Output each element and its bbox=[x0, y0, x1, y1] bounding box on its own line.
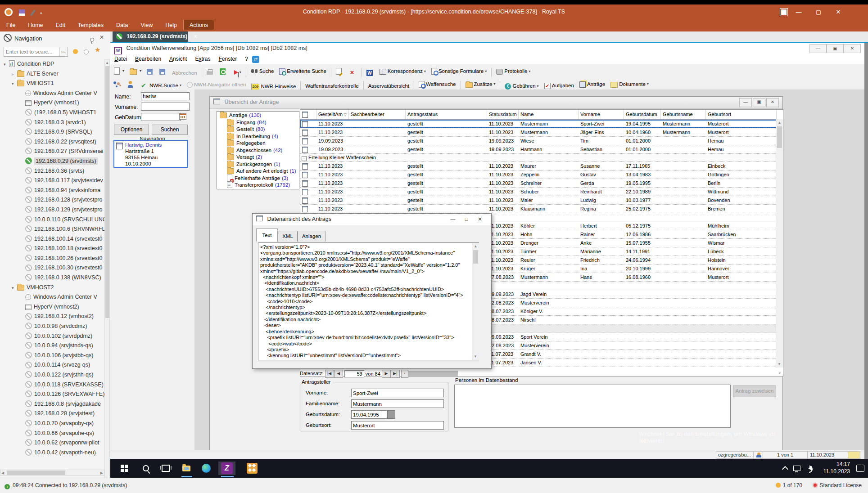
server-tree-item[interactable]: 192.168.0.27 (SRVdmsenai bbox=[0, 147, 104, 157]
edge-icon[interactable] bbox=[198, 462, 215, 475]
volume-icon[interactable] bbox=[804, 462, 816, 475]
column-header-Name[interactable]: Name bbox=[519, 110, 579, 119]
server-tree-item[interactable]: 192.168.0.9 (SRVSQL) bbox=[0, 127, 104, 137]
personen-button[interactable] bbox=[111, 78, 124, 90]
ribbon-tab-actions[interactable]: Actions bbox=[183, 20, 214, 30]
server-tree-item[interactable]: 192.168.100.18 (srvextest0 bbox=[0, 244, 104, 254]
server-tree-item[interactable]: 192.168.0.29 (srvdmsts) bbox=[0, 157, 104, 166]
nav-vertical-scrollbar[interactable]: ▲ ▼ bbox=[104, 59, 110, 493]
server-tree-item[interactable]: 10.0.0.98 (srvdcdmz) bbox=[0, 322, 104, 332]
hscroll-thumb[interactable] bbox=[408, 371, 458, 377]
expander-icon[interactable]: ▾ bbox=[12, 79, 17, 89]
server-tree-item[interactable]: ▾VMHOST2 bbox=[0, 283, 104, 293]
menu-extras[interactable]: Extras bbox=[191, 54, 214, 63]
server-tree-item[interactable]: 192.168.0.36 (srvts) bbox=[0, 166, 104, 176]
server-tree-item[interactable]: 192.168.0.117 (srvjvtestdev bbox=[0, 176, 104, 186]
bulb-on-icon[interactable] bbox=[73, 49, 78, 54]
server-tree-item[interactable]: Windows Admin Center V bbox=[0, 89, 104, 99]
antrag-zuweisen-button[interactable]: Antrag zuweisen bbox=[733, 385, 776, 397]
pin-icon[interactable] bbox=[90, 36, 94, 44]
word-button[interactable]: W bbox=[364, 67, 376, 78]
column-header-Geburtsname[interactable]: Geburtsname bbox=[661, 110, 706, 119]
close-button[interactable]: ✕ bbox=[828, 5, 848, 19]
server-tree-item[interactable]: 192.168.100.30 (srvextest0 bbox=[0, 263, 104, 273]
table-row[interactable]: 19.09.2023gestellt19.09.2023HartmannSeba… bbox=[300, 145, 777, 154]
column-header-Vorname[interactable]: Vorname bbox=[579, 110, 624, 119]
server-tree-item[interactable]: 192.168.0.94 (srvksinfoma bbox=[0, 186, 104, 196]
orange-app-icon[interactable] bbox=[244, 462, 261, 475]
server-tree-item[interactable]: ▾VMHOST1 bbox=[0, 79, 104, 89]
action-center-icon[interactable] bbox=[854, 462, 867, 475]
xml-textarea[interactable]: <?xml version="1.0"?> <vorgang.transport… bbox=[258, 242, 479, 360]
table-row[interactable]: 11.10.2023gestellt11.10.2023KlausmannReg… bbox=[300, 205, 777, 213]
expander-icon[interactable]: ▹ bbox=[12, 70, 17, 79]
table-vertical-scrollbar[interactable]: ▲ ▼ bbox=[776, 119, 783, 368]
antragsteller-geburtsdatum-input[interactable] bbox=[351, 410, 387, 419]
server-tree-item[interactable]: 192.168.0.3 (srvdc1) bbox=[0, 118, 104, 128]
antraege-tree-item[interactable]: Abgeschlossen(42) bbox=[217, 147, 299, 154]
antraege-tree-item[interactable]: Anträge(130) bbox=[217, 112, 299, 119]
tab-xml[interactable]: XML bbox=[278, 231, 298, 242]
maximize-button[interactable]: ▢ bbox=[809, 5, 828, 19]
menu-datei[interactable]: Datei bbox=[110, 54, 131, 63]
menu-bearbeiten[interactable]: Bearbeiten bbox=[131, 54, 165, 63]
file-explorer-icon[interactable] bbox=[178, 462, 195, 475]
antraege-tree-item[interactable]: Zurückgezogen(1) bbox=[217, 161, 299, 168]
close-panel-icon[interactable]: ✕ bbox=[99, 34, 104, 40]
dialog-minimize-button[interactable]: — bbox=[446, 215, 460, 224]
suche-button[interactable]: Suche bbox=[249, 65, 276, 76]
condition-app-icon[interactable]: Z bbox=[218, 462, 235, 475]
hscroll-left-icon[interactable]: ‹ bbox=[401, 370, 408, 378]
session-tab[interactable]: 192.168.0.29 (srvdmsts) ✕ bbox=[113, 31, 188, 42]
column-header-GestelltAm[interactable]: GestelltAm ▽ bbox=[316, 110, 349, 119]
taskbar-search-icon[interactable] bbox=[137, 462, 154, 475]
minimize-button[interactable]: — bbox=[789, 5, 809, 19]
search-icon[interactable]: ○˴ bbox=[59, 47, 68, 57]
child-restore-button[interactable]: ▣ bbox=[753, 98, 765, 107]
ribbon-tab-home[interactable]: Home bbox=[22, 20, 49, 30]
menu-ansicht[interactable]: Ansicht bbox=[165, 54, 191, 63]
ribbon-tab-edit[interactable]: Edit bbox=[50, 20, 72, 30]
table-row[interactable]: 11.10.2023gestellt11.10.2023SchreinerGer… bbox=[300, 179, 777, 188]
flag-button[interactable]: ▾ bbox=[230, 67, 244, 78]
server-tree-item[interactable]: 10.0.0.70 (srvapoby-qs) bbox=[0, 419, 104, 429]
antragsteller-vorname-input[interactable] bbox=[351, 389, 444, 397]
vorname-input[interactable] bbox=[141, 103, 190, 111]
hscroll-right-icon[interactable]: › bbox=[779, 370, 781, 375]
antraege-tree-item[interactable]: Eingang(84) bbox=[217, 119, 299, 126]
ribbon-tab-templates[interactable]: Templates bbox=[72, 20, 110, 30]
next-record-button[interactable]: ▶ bbox=[382, 370, 391, 378]
server-tree-item[interactable]: 10.0.0.122 (srvjsthh-qs) bbox=[0, 370, 104, 380]
clock[interactable]: 14:17 11.10.2023 bbox=[823, 461, 850, 475]
collapse-icon[interactable]: − bbox=[302, 156, 307, 161]
tray-chevron-icon[interactable] bbox=[780, 462, 790, 475]
antraege-tree-item[interactable]: Auf andere Art erledigt(1) bbox=[217, 167, 299, 175]
server-tree-item[interactable]: ▾Condition RDP bbox=[0, 59, 104, 69]
suchen-button[interactable]: Suchen bbox=[152, 125, 188, 135]
server-tree-item[interactable]: HyperV (vmhost1) bbox=[0, 98, 104, 108]
app-minimize-button[interactable]: — bbox=[809, 44, 827, 53]
print-button[interactable] bbox=[204, 66, 217, 77]
antraege-tree-item[interactable]: Freigegeben bbox=[217, 139, 299, 147]
server-tree-item[interactable]: 192.168.0.138 (WIN8VSC) bbox=[0, 273, 104, 283]
tab-text[interactable]: Text bbox=[256, 229, 278, 242]
server-tree-item[interactable]: 10.0.0.66 (srvapohe-qs) bbox=[0, 429, 104, 439]
child-close-button[interactable]: ✕ bbox=[766, 98, 779, 107]
server-tree-item[interactable]: ▹ALTE Server bbox=[0, 69, 104, 79]
table-row[interactable]: 11.10.2023gestellt11.10.2023ZeppelinGust… bbox=[300, 170, 777, 179]
table-row[interactable]: 11.10.2023gestellt11.10.2023MustermannSp… bbox=[300, 120, 777, 128]
waffensuche-button[interactable]: Waffensuche bbox=[416, 79, 458, 90]
tab-anlagen[interactable]: Anlagen bbox=[298, 231, 326, 242]
nav-search-input[interactable] bbox=[4, 47, 63, 57]
sonstige-formulare-button[interactable]: Sonstige Formulare▾ bbox=[429, 66, 489, 77]
expander-icon[interactable]: ▾ bbox=[12, 283, 17, 293]
ribbon-tab-data[interactable]: Data bbox=[110, 20, 134, 30]
table-row[interactable]: 11.10.2023gestellt11.10.2023MaurerSusann… bbox=[300, 162, 777, 170]
server-tree-item[interactable]: 192.168.100.14 (srvextest0 bbox=[0, 234, 104, 244]
server-tree-item[interactable]: 10.0.0.42 (srvapoth-neu) bbox=[0, 448, 104, 458]
new-button[interactable]: ▾ bbox=[111, 65, 127, 76]
calendar-icon[interactable] bbox=[179, 113, 186, 120]
server-tree-item[interactable]: 192.168.0.128 (srvjvtestpro bbox=[0, 195, 104, 205]
server-tree-item[interactable]: (192.168.0.5) VMHOST1 bbox=[0, 108, 104, 118]
server-tree-item[interactable]: 192.168.0.22 (srvsqltest) bbox=[0, 137, 104, 147]
